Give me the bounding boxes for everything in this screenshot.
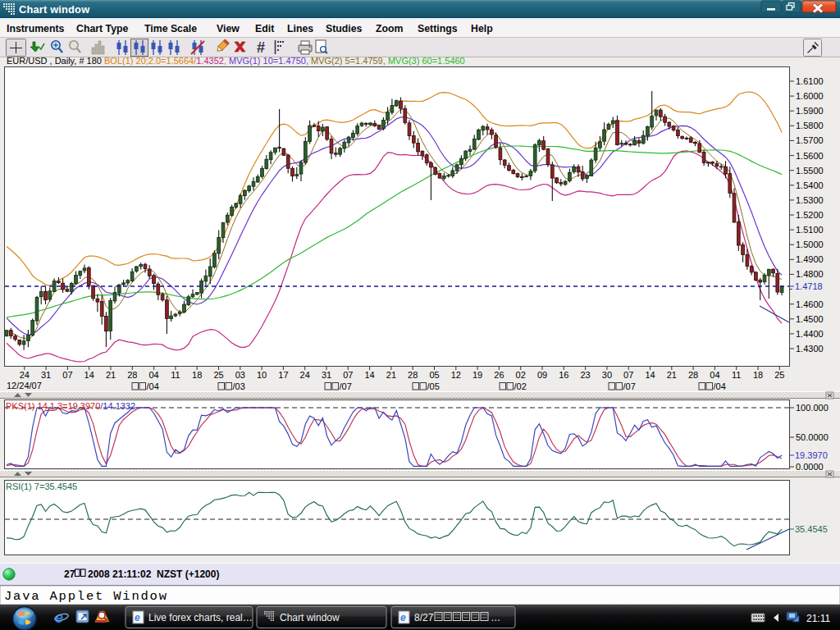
svg-text:1.4300: 1.4300 — [796, 344, 824, 354]
svg-text:07: 07 — [623, 370, 633, 380]
svg-text:1.6000: 1.6000 — [796, 91, 824, 101]
svg-text:30: 30 — [602, 370, 612, 380]
svg-text:1.4800: 1.4800 — [796, 269, 824, 279]
svg-text:Settings: Settings — [418, 23, 458, 34]
svg-text:19.3970: 19.3970 — [795, 450, 828, 460]
svg-text:19: 19 — [472, 370, 482, 380]
svg-text:24: 24 — [300, 370, 310, 380]
svg-text:27: 27 — [64, 568, 75, 580]
svg-text:21: 21 — [667, 370, 677, 380]
svg-text:18: 18 — [753, 370, 763, 380]
svg-text:e: e — [55, 609, 63, 626]
svg-text:03: 03 — [235, 370, 245, 380]
svg-text:12: 12 — [451, 370, 461, 380]
svg-text:23: 23 — [580, 370, 590, 380]
svg-text:/04: /04 — [147, 381, 159, 391]
svg-text:…: … — [491, 612, 500, 623]
svg-text:1.5200: 1.5200 — [796, 210, 824, 220]
svg-text:35.4545: 35.4545 — [795, 524, 828, 534]
svg-text:1.4500: 1.4500 — [796, 314, 824, 324]
svg-text:/03: /03 — [233, 381, 245, 391]
svg-text:Help: Help — [471, 23, 493, 34]
svg-text:17: 17 — [278, 370, 288, 380]
svg-text:Edit: Edit — [255, 23, 274, 34]
svg-text:/07: /07 — [340, 381, 352, 391]
svg-text:#: # — [257, 39, 265, 56]
svg-text:14: 14 — [84, 370, 94, 380]
svg-text:28: 28 — [688, 370, 698, 380]
svg-text:1.5500: 1.5500 — [796, 166, 824, 176]
svg-text:View: View — [217, 23, 240, 34]
svg-text:Instruments: Instruments — [7, 23, 65, 34]
svg-text:10: 10 — [257, 370, 267, 380]
svg-text:e: e — [400, 612, 406, 623]
svg-text:1.5800: 1.5800 — [796, 121, 824, 130]
svg-text:14: 14 — [364, 370, 374, 380]
svg-text:8/27: 8/27 — [414, 612, 434, 623]
svg-text:2008 21:11:02 NZST (+1200): 2008 21:11:02 NZST (+1200) — [88, 568, 219, 580]
svg-text:09: 09 — [537, 370, 547, 380]
svg-text:21:11: 21:11 — [806, 613, 830, 624]
svg-text:25: 25 — [213, 370, 223, 380]
svg-text:Zoom: Zoom — [376, 23, 404, 34]
svg-text:26: 26 — [494, 370, 504, 380]
svg-text:16: 16 — [559, 370, 568, 380]
svg-text:04: 04 — [710, 370, 719, 380]
svg-text:11: 11 — [732, 370, 741, 380]
svg-text:/02: /02 — [514, 381, 527, 391]
svg-text:1.4600: 1.4600 — [796, 299, 824, 309]
svg-text:1.4400: 1.4400 — [796, 329, 824, 339]
svg-text:Live forex charts, real…: Live forex charts, real… — [148, 612, 253, 623]
svg-text:11: 11 — [171, 370, 180, 380]
svg-text:Time Scale: Time Scale — [144, 23, 197, 34]
svg-text:24: 24 — [20, 370, 30, 380]
svg-text:1.5600: 1.5600 — [796, 151, 824, 161]
svg-text:Chart Type: Chart Type — [76, 23, 128, 34]
svg-text:31: 31 — [41, 370, 51, 380]
svg-text:RSI(1) 7=35.4545: RSI(1) 7=35.4545 — [6, 482, 77, 491]
svg-text:/04: /04 — [714, 381, 726, 391]
svg-text:EUR/USD , Daily, # 180 BOL(1): EUR/USD , Daily, # 180 BOL(1) 20;2.0=1.5… — [7, 56, 465, 66]
svg-text:PKS(1) 14,1,3=19.3970/14.1332: PKS(1) 14,1,3=19.3970/14.1332 — [6, 401, 135, 411]
svg-text:02: 02 — [516, 370, 526, 380]
svg-text:1.4900: 1.4900 — [796, 254, 824, 264]
svg-text:100.000: 100.000 — [796, 403, 829, 413]
svg-text:07: 07 — [62, 370, 72, 380]
svg-text:18: 18 — [192, 370, 202, 380]
svg-text:1.4718: 1.4718 — [795, 281, 823, 291]
svg-text:Chart window: Chart window — [280, 612, 340, 623]
svg-text:Lines: Lines — [287, 23, 313, 34]
svg-text:1.6100: 1.6100 — [796, 76, 824, 86]
svg-text:Chart window: Chart window — [19, 3, 89, 16]
svg-text:Studies: Studies — [326, 23, 363, 34]
svg-text:1.5900: 1.5900 — [796, 106, 824, 116]
svg-text:12/24/07: 12/24/07 — [7, 381, 42, 390]
svg-text:07: 07 — [343, 370, 353, 380]
svg-text:/07: /07 — [623, 381, 636, 391]
svg-text:28: 28 — [127, 370, 137, 380]
svg-text:e: e — [135, 612, 140, 623]
svg-text:0.0000: 0.0000 — [796, 462, 824, 472]
svg-text:21: 21 — [106, 370, 116, 380]
svg-text:1.5300: 1.5300 — [796, 195, 824, 205]
svg-text:05: 05 — [429, 370, 439, 380]
svg-text:/05: /05 — [427, 381, 440, 391]
svg-text:1.5000: 1.5000 — [796, 240, 824, 249]
svg-text:1.5100: 1.5100 — [796, 225, 824, 235]
svg-text:25: 25 — [774, 370, 784, 380]
svg-text:28: 28 — [408, 370, 418, 380]
svg-text:1.5400: 1.5400 — [796, 180, 824, 190]
svg-text:04: 04 — [148, 370, 158, 380]
svg-text:31: 31 — [322, 370, 331, 380]
svg-text:14: 14 — [645, 370, 655, 380]
svg-text:50.0000: 50.0000 — [796, 432, 829, 442]
svg-text:Java Applet Window: Java Applet Window — [4, 589, 168, 604]
svg-text:21: 21 — [386, 370, 396, 380]
svg-text:1.5700: 1.5700 — [796, 135, 824, 145]
